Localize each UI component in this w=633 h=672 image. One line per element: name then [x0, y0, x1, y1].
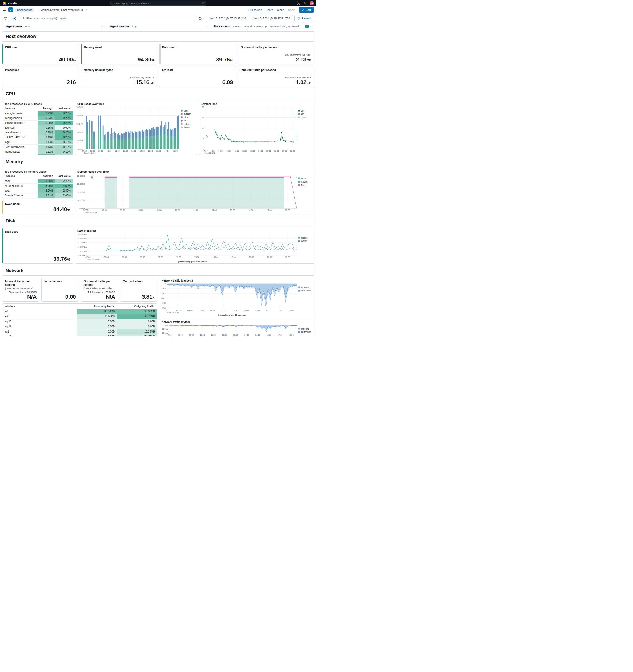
metric-title: Disk used	[5, 230, 70, 234]
cpu-usage-chart[interactable]: 07:00June 10, 202408:0009:0010:0011:0012…	[75, 105, 181, 154]
network-metrics: Inbound traffic per second(Over the last…	[2, 278, 157, 302]
svg-text:16.00GB: 16.00GB	[77, 175, 85, 177]
legend-dot	[181, 110, 183, 112]
date-from[interactable]: Jun 10, 2024 @ 07:13:32.240	[209, 17, 246, 20]
table-title: Top processes by memory usage	[2, 169, 73, 174]
dashboard-app-icon[interactable]: D	[8, 7, 13, 12]
legend-item[interactable]: user	[181, 110, 195, 112]
svg-text:10: 10	[202, 127, 204, 129]
legend-dot	[298, 331, 300, 333]
column-header[interactable]: Average	[37, 174, 55, 178]
clone-button[interactable]: Clone	[277, 8, 284, 11]
table-row: IntelligencePla0.23%0.20%	[2, 116, 73, 120]
legend-item[interactable]: system	[181, 113, 195, 115]
legend-item[interactable]: 15m	[298, 116, 312, 119]
column-header[interactable]: Last value	[55, 174, 73, 178]
metric-unit: k	[153, 296, 154, 299]
legend-dot	[298, 110, 300, 112]
control-agent-version[interactable]: Agent version Any	[106, 23, 210, 30]
kql-query-input[interactable]	[19, 15, 195, 22]
legend-item[interactable]: nice	[181, 116, 195, 119]
column-header[interactable]: Last value	[55, 106, 73, 111]
system-load-panel: System load 07:00June 10, 202408:0009:00…	[199, 101, 314, 155]
table-row: logd0.13%0.10%	[2, 140, 73, 144]
legend-item[interactable]: iowait	[181, 126, 195, 129]
column-header[interactable]: Process	[2, 174, 37, 178]
chart-title: CPU usage over time	[75, 101, 197, 105]
chart-title: Network traffic (packets)	[159, 278, 314, 282]
legend-item[interactable]: softirq	[181, 123, 195, 125]
control-agent-name[interactable]: Agent name Any	[2, 23, 106, 30]
date-range[interactable]: Jun 10, 2024 @ 07:13:32.240 → Jun 10, 20…	[206, 17, 293, 20]
breadcrumb-current: [Metrics System] Host overview (1)	[40, 8, 83, 11]
svg-text:76.29MB/s: 76.29MB/s	[77, 233, 87, 235]
column-header[interactable]: Incoming Traffic	[77, 304, 117, 309]
legend-item[interactable]: Inbound	[298, 286, 312, 289]
metric-bottom: 0.00	[44, 294, 76, 299]
refresh-button[interactable]: Refresh	[294, 15, 314, 22]
metric-bottom: Total transferred 30.56GBN/A	[5, 291, 36, 299]
calendar-button[interactable]	[197, 15, 206, 22]
menu-hamburger-icon[interactable]	[3, 8, 6, 11]
svg-text:17:00: 17:00	[267, 256, 272, 258]
saved-check-icon[interactable]: ✓	[85, 8, 87, 11]
svg-text:-200/s: -200/s	[161, 292, 167, 295]
legend-dot	[298, 184, 300, 186]
legend-item[interactable]: Free	[298, 184, 312, 187]
network-bytes-chart[interactable]: 07:00June 10, 202408:0009:0010:0011:0012…	[159, 323, 298, 336]
edit-button[interactable]: Edit	[299, 7, 314, 13]
table-row: lo030.56GB30.56GB	[2, 309, 157, 314]
chart-legend: 1m5m15m	[298, 105, 314, 154]
dashboard-nav-bar: D Dashboards [Metrics System] Host overv…	[0, 6, 316, 13]
column-header[interactable]: Interface	[2, 304, 77, 309]
table-row: en014.53KB63.76GB	[2, 314, 157, 319]
share-button[interactable]: Share	[265, 8, 273, 11]
disk-section: Disk used39.76% Rate of disk IO 07:00Jun…	[2, 228, 314, 264]
system-load-chart[interactable]: 07:00June 10, 202408:0009:0010:0011:0012…	[199, 105, 298, 154]
legend-item[interactable]: 5m	[298, 113, 312, 115]
svg-text:17:00: 17:00	[277, 334, 282, 336]
metric-panel: Outbound traffic per secondTotal transfe…	[238, 44, 314, 64]
elastic-home-link[interactable]: elastic	[3, 1, 18, 5]
legend-item[interactable]: Writes	[298, 240, 312, 242]
legend-dot	[298, 177, 300, 179]
legend-item[interactable]: Outbound	[298, 331, 312, 333]
help-icon[interactable]: ?	[297, 2, 300, 5]
column-header[interactable]: Process	[2, 106, 37, 111]
section-host-overview: Host overview	[2, 31, 314, 42]
svg-text:13:00: 13:00	[233, 334, 238, 336]
interface-table-panel: InterfaceIncoming TrafficOutgoing Traffi…	[2, 304, 157, 336]
section-memory: Memory	[2, 157, 314, 167]
date-range-picker: Jun 10, 2024 @ 07:13:32.240 → Jun 10, 20…	[197, 15, 293, 22]
legend-dot	[298, 286, 300, 288]
metric-number: 40.00	[59, 56, 73, 63]
legend-item[interactable]: Cache	[298, 181, 312, 183]
legend-item[interactable]: Used	[298, 177, 312, 180]
svg-text:0/s: 0/s	[165, 324, 168, 327]
cpu-processes-table: ProcessAverageLast valuespotlightknowle0…	[2, 106, 73, 154]
legend-item[interactable]: Outbound	[298, 289, 312, 292]
memory-usage-chart[interactable]: 07:00June 10, 202408:0009:0010:0011:0012…	[75, 173, 298, 214]
date-to[interactable]: Jun 10, 2024 @ 18:47:54.738	[253, 17, 290, 20]
notifications-bell-icon[interactable]	[303, 1, 307, 5]
network-packets-chart[interactable]: 07:00June 10, 202408:0009:0010:0011:0012…	[159, 282, 298, 317]
disk-io-chart[interactable]: 07:00June 10, 202408:0009:0010:0011:0012…	[75, 233, 298, 263]
legend-item[interactable]: irq	[181, 119, 195, 122]
legend-item[interactable]: 1m	[298, 110, 312, 112]
breadcrumb-dashboards[interactable]: Dashboards	[15, 8, 34, 12]
global-search-input[interactable]	[116, 2, 200, 5]
control-data-stream[interactable]: Data stream system.network, system.cpu, …	[210, 23, 314, 30]
filter-menu-button[interactable]	[2, 15, 9, 22]
column-header[interactable]: Average	[37, 106, 55, 111]
metric-bottom: 40.00%	[5, 56, 76, 62]
column-header[interactable]: Outgoing Traffic	[117, 304, 157, 309]
add-filter-button[interactable]	[11, 15, 18, 22]
full-screen-button[interactable]: Full screen	[248, 8, 262, 11]
global-search[interactable]: ⌘/	[110, 1, 206, 6]
svg-text:08:00: 08:00	[211, 150, 216, 152]
svg-text:-400/s: -400/s	[161, 302, 167, 304]
reset-button[interactable]: Reset	[288, 8, 295, 11]
legend-item[interactable]: Inbound	[298, 328, 312, 330]
user-avatar[interactable]: TA	[309, 1, 314, 5]
legend-item[interactable]: Reads	[298, 237, 312, 239]
